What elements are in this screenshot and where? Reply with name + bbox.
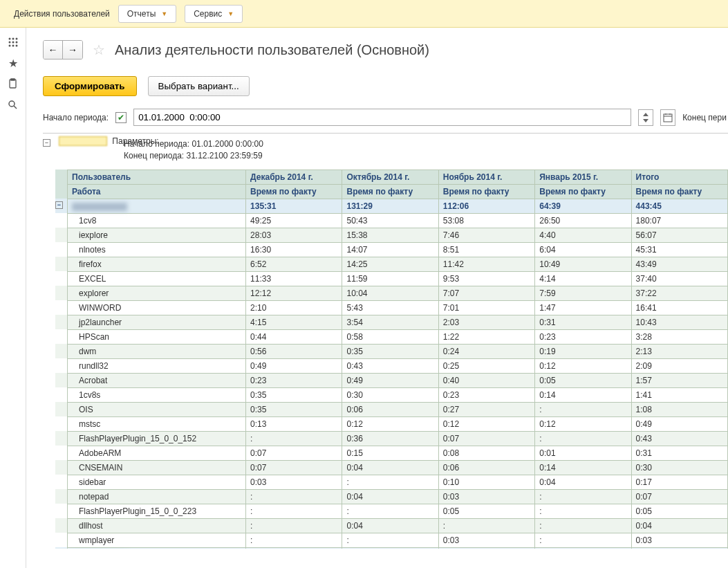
service-dropdown[interactable]: Сервис ▼ [185, 5, 243, 23]
chevron-down-icon: ▼ [227, 10, 234, 17]
reports-label: Отчеты [127, 9, 156, 19]
service-label: Сервис [194, 9, 222, 19]
actions-link[interactable]: Действия пользователей [14, 9, 110, 19]
reports-dropdown[interactable]: Отчеты ▼ [118, 5, 176, 23]
chevron-down-icon: ▼ [161, 10, 167, 17]
